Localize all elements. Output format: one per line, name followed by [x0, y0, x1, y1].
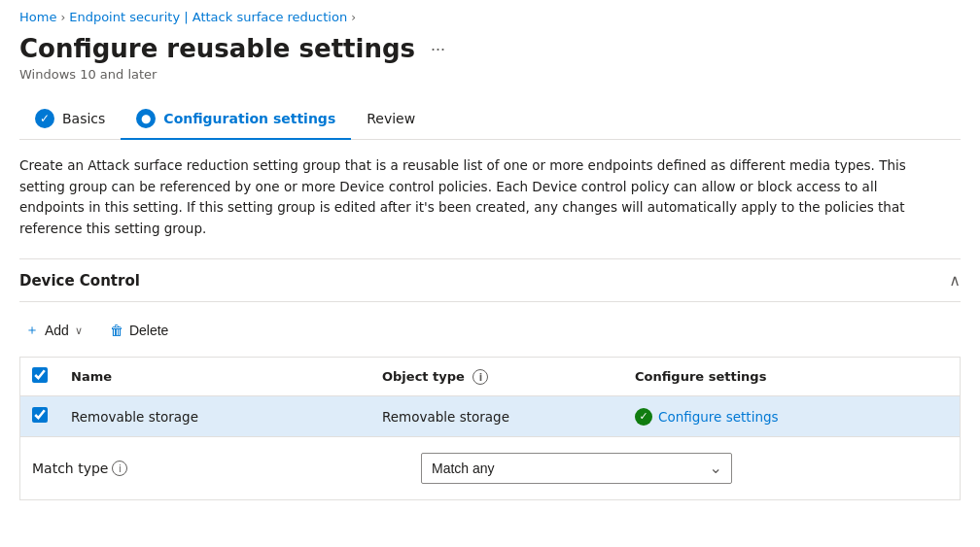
table-header-name: Name [59, 358, 370, 396]
match-type-select-wrapper: Match any Match all [421, 453, 732, 484]
row-object-type: Removable storage [370, 396, 623, 437]
table-header-checkbox-cell [20, 358, 60, 396]
device-control-collapse-icon[interactable]: ∧ [949, 271, 961, 290]
breadcrumb-home[interactable]: Home [19, 10, 56, 24]
table-row[interactable]: Removable storage Removable storage ✓ Co… [20, 396, 961, 437]
configure-label: Configure settings [658, 409, 779, 425]
row-configure: ✓ Configure settings [623, 396, 961, 437]
delete-icon: 🗑 [110, 323, 123, 338]
toolbar: ＋ Add ∨ 🗑 Delete [19, 318, 961, 343]
add-chevron-icon: ∨ [75, 325, 83, 337]
tab-review[interactable]: Review [351, 101, 431, 138]
description-text: Create an Attack surface reduction setti… [19, 155, 933, 239]
page-header: Configure reusable settings ··· [19, 34, 961, 63]
match-type-label: Match type i [32, 461, 421, 476]
row-checkbox[interactable] [32, 407, 48, 423]
table-header-object-type: Object type i [370, 358, 623, 396]
add-button[interactable]: ＋ Add ∨ [19, 318, 88, 343]
select-all-checkbox[interactable] [32, 367, 48, 383]
tab-configuration-settings[interactable]: ● Configuration settings [121, 99, 351, 140]
table-header-row: Name Object type i Configure settings [20, 358, 961, 396]
row-checkbox-cell [20, 396, 60, 437]
add-label: Add [45, 323, 69, 338]
tab-basics-icon: ✓ [35, 109, 54, 128]
device-control-title: Device Control [19, 272, 140, 290]
breadcrumb-sep-1: › [60, 11, 65, 24]
tabs-bar: ✓ Basics ● Configuration settings Review [19, 99, 961, 140]
object-type-info-icon: i [472, 369, 488, 385]
row-name: Removable storage [59, 396, 370, 437]
device-control-section-header: Device Control ∧ [19, 258, 961, 302]
tab-config-icon: ● [136, 109, 156, 128]
tab-review-label: Review [367, 111, 415, 126]
tab-basics-label: Basics [62, 111, 105, 126]
page-container: Home › Endpoint security | Attack surfac… [0, 0, 980, 520]
match-type-info-icon: i [112, 461, 127, 476]
page-subtitle: Windows 10 and later [19, 67, 961, 82]
add-icon: ＋ [25, 322, 39, 339]
match-type-select-wrap: Match any Match all [421, 453, 948, 484]
table-header-configure: Configure settings [623, 358, 961, 396]
configure-settings-link[interactable]: ✓ Configure settings [635, 408, 948, 426]
breadcrumb: Home › Endpoint security | Attack surfac… [19, 10, 961, 24]
more-options-button[interactable]: ··· [425, 37, 451, 61]
page-title: Configure reusable settings [19, 34, 415, 63]
breadcrumb-sep-2: › [351, 11, 356, 24]
breadcrumb-endpoint-security[interactable]: Endpoint security | Attack surface reduc… [69, 10, 347, 24]
tab-basics[interactable]: ✓ Basics [19, 99, 121, 140]
delete-label: Delete [129, 323, 168, 338]
match-type-row: Match type i Match any Match all [19, 437, 961, 500]
device-control-table: Name Object type i Configure settings Re… [19, 357, 961, 437]
delete-button[interactable]: 🗑 Delete [104, 319, 174, 342]
configure-check-icon: ✓ [635, 408, 652, 426]
match-type-select[interactable]: Match any Match all [421, 453, 732, 484]
tab-config-label: Configuration settings [163, 111, 335, 126]
